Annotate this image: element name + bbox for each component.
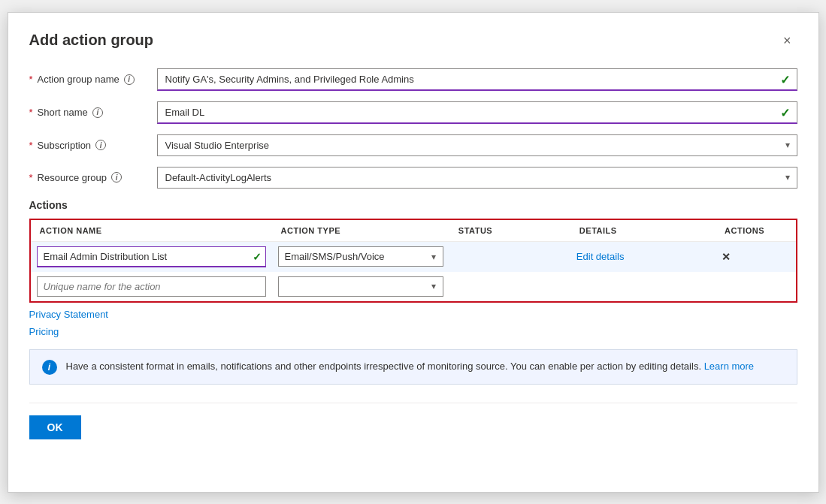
- subscription-info-icon[interactable]: i: [95, 140, 106, 150]
- short-name-row: * Short name i ✓: [29, 101, 797, 124]
- action-name-input[interactable]: [37, 246, 266, 267]
- delete-cell: ✕: [716, 241, 796, 272]
- action-group-name-input[interactable]: [157, 68, 797, 91]
- short-name-control: ✓: [157, 101, 797, 124]
- new-action-type-select-wrapper: ▾: [278, 276, 443, 297]
- resource-group-row: * Resource group i Default-ActivityLogAl…: [29, 167, 797, 189]
- privacy-statement-row: Privacy Statement: [29, 309, 797, 320]
- short-name-label: * Short name i: [29, 107, 157, 118]
- new-action-name-cell: [30, 272, 272, 302]
- action-type-cell: Email/SMS/Push/Voice ▾: [272, 241, 449, 272]
- pricing-link[interactable]: Pricing: [29, 326, 59, 337]
- close-button[interactable]: ×: [777, 31, 797, 50]
- subscription-label: * Subscription i: [29, 140, 157, 151]
- dialog-footer: OK: [29, 403, 797, 439]
- short-name-info-icon[interactable]: i: [92, 107, 103, 118]
- resource-group-select-wrapper: Default-ActivityLogAlerts ▾: [157, 167, 797, 189]
- info-banner: i Have a consistent format in emails, no…: [29, 349, 797, 385]
- action-group-name-check-icon: ✓: [780, 72, 790, 86]
- add-action-group-dialog: Add action group × * Action group name i…: [8, 12, 819, 493]
- new-action-type-cell: ▾: [272, 272, 449, 302]
- col-header-actions: ACTIONS: [716, 219, 796, 242]
- new-action-row: ▾: [30, 272, 797, 302]
- status-cell: [449, 241, 570, 272]
- new-details-cell: [570, 272, 716, 302]
- learn-more-link[interactable]: Learn more: [704, 361, 754, 372]
- resource-group-label: * Resource group i: [29, 172, 157, 183]
- resource-group-select[interactable]: Default-ActivityLogAlerts: [157, 167, 797, 189]
- action-name-check-icon: ✓: [253, 251, 262, 263]
- action-type-select-wrapper: Email/SMS/Push/Voice ▾: [278, 246, 443, 267]
- table-header-row: ACTION NAME ACTION TYPE STATUS DETAILS A…: [30, 219, 797, 242]
- col-header-action-type: ACTION TYPE: [272, 219, 449, 242]
- details-cell: Edit details: [570, 241, 716, 272]
- delete-action-icon[interactable]: ✕: [722, 251, 731, 263]
- required-star: *: [29, 74, 33, 85]
- actions-section-title: Actions: [29, 199, 797, 211]
- new-actions-cell: [716, 272, 796, 302]
- action-group-name-info-icon[interactable]: i: [124, 74, 135, 85]
- subscription-row: * Subscription i Visual Studio Enterpris…: [29, 134, 797, 156]
- action-group-name-row: * Action group name i ✓: [29, 68, 797, 91]
- action-name-cell: ✓: [30, 241, 272, 272]
- dialog-header: Add action group ×: [29, 31, 797, 50]
- col-header-details: DETAILS: [570, 219, 716, 242]
- subscription-select-wrapper: Visual Studio Enterprise ▾: [157, 134, 797, 156]
- resource-group-info-icon[interactable]: i: [111, 172, 122, 183]
- pricing-row: Pricing: [29, 326, 797, 337]
- info-banner-text: Have a consistent format in emails, noti…: [66, 359, 755, 374]
- col-header-action-name: ACTION NAME: [30, 219, 272, 242]
- table-row: ✓ Email/SMS/Push/Voice ▾ Edit details: [30, 241, 797, 272]
- required-star-4: *: [29, 172, 33, 183]
- action-group-name-label: * Action group name i: [29, 74, 157, 85]
- subscription-select[interactable]: Visual Studio Enterprise: [157, 134, 797, 156]
- ok-button[interactable]: OK: [29, 415, 81, 439]
- action-group-name-control: ✓: [157, 68, 797, 91]
- dialog-title: Add action group: [29, 32, 154, 49]
- col-header-status: STATUS: [449, 219, 570, 242]
- info-banner-icon: i: [42, 360, 57, 375]
- new-action-name-input[interactable]: [37, 276, 266, 297]
- required-star-2: *: [29, 107, 33, 118]
- short-name-check-icon: ✓: [780, 105, 790, 119]
- edit-details-link[interactable]: Edit details: [576, 251, 625, 262]
- privacy-statement-link[interactable]: Privacy Statement: [29, 309, 109, 320]
- short-name-input[interactable]: [157, 101, 797, 124]
- action-type-select[interactable]: Email/SMS/Push/Voice: [278, 246, 443, 267]
- new-action-type-select[interactable]: [278, 276, 443, 297]
- actions-table: ACTION NAME ACTION TYPE STATUS DETAILS A…: [29, 219, 797, 303]
- required-star-3: *: [29, 140, 33, 151]
- new-status-cell: [449, 272, 570, 302]
